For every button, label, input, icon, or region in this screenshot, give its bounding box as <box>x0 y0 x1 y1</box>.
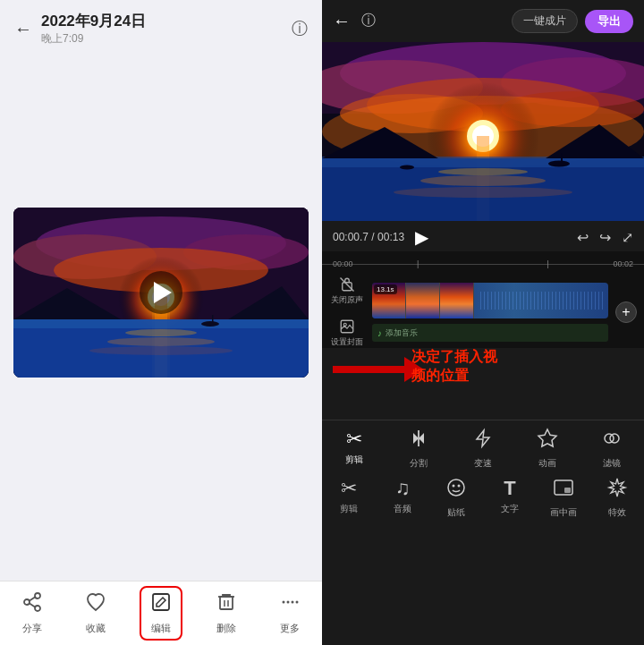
tool-item-huazhong[interactable]: 画中画 <box>542 477 585 519</box>
audio-track[interactable]: ♪ 添加音乐 <box>372 324 608 342</box>
fenge-icon <box>408 428 429 454</box>
left-panel: ← 2022年9月24日 晚上7:09 ⓘ <box>0 0 322 645</box>
tool-item-wenzi[interactable]: T 文字 <box>488 477 531 519</box>
svg-point-13 <box>89 346 233 355</box>
preview-svg <box>322 42 644 221</box>
tool-lvjing-label: 滤镜 <box>603 457 621 470</box>
nav-share-label: 分享 <box>22 622 42 635</box>
huazhong-icon <box>553 477 574 504</box>
annotation-text: 决定了插入视 频的位置 <box>411 348 497 386</box>
svg-point-63 <box>610 434 619 443</box>
trash-icon <box>216 591 237 618</box>
svg-point-19 <box>35 593 40 598</box>
wenzi-icon: T <box>504 477 515 500</box>
svg-point-66 <box>458 485 461 488</box>
tool-item-tiezhi[interactable]: 贴纸 <box>435 477 478 519</box>
thumb-image <box>13 208 309 378</box>
left-header: ← 2022年9月24日 晚上7:09 ⓘ <box>0 0 322 50</box>
heart-icon <box>85 591 106 618</box>
tool-tiezhi-label: 贴纸 <box>447 506 465 519</box>
undo-icon[interactable]: ↩ <box>577 229 589 246</box>
track-duration-badge: 13.1s <box>374 284 397 294</box>
track-icon-column: 关闭原声 设置封面 <box>329 276 365 348</box>
right-back-icon[interactable]: ← <box>333 11 351 31</box>
tool-jianjian-label: 剪辑 <box>345 454 363 466</box>
play-triangle-icon <box>154 282 172 303</box>
svg-rect-25 <box>220 597 233 609</box>
tool-item-donghua[interactable]: 动画 <box>526 428 569 470</box>
jianjian2-icon: ✂ <box>341 477 357 500</box>
timeline-controls: 00:00.7 / 00:13 ▶ ↩ ↪ ⤢ <box>322 221 644 251</box>
tool-item-texiao[interactable]: 特效 <box>596 477 639 519</box>
svg-point-17 <box>201 321 219 327</box>
svg-point-29 <box>287 601 290 604</box>
nav-item-share[interactable]: 分享 <box>13 588 52 639</box>
tool-yinpin-label: 音频 <box>394 503 411 515</box>
yijian-button[interactable]: 一键成片 <box>512 9 578 33</box>
svg-point-47 <box>420 175 546 186</box>
svg-rect-11 <box>13 319 309 328</box>
track-thumbnail-2 <box>406 283 440 318</box>
left-title-area: 2022年9月24日 晚上7:09 <box>41 11 146 47</box>
bottom-nav: 分享 收藏 编辑 <box>0 581 322 645</box>
right-panel: ← ⓘ 一键成片 导出 <box>322 0 644 645</box>
tool-item-jianjian[interactable]: ✂ 剪辑 <box>333 428 376 470</box>
fullscreen-icon[interactable]: ⤢ <box>622 229 633 246</box>
scissors-icon: ✂ <box>346 428 362 451</box>
svg-rect-68 <box>564 488 571 493</box>
tool-item-jianjian2[interactable]: ✂ 剪辑 <box>327 477 370 519</box>
svg-point-14 <box>125 329 197 336</box>
svg-point-64 <box>448 480 464 496</box>
nav-item-delete[interactable]: 删除 <box>207 588 246 639</box>
svg-point-20 <box>24 599 30 605</box>
track-main: 13.1s ♪ 添加音乐 <box>372 283 608 342</box>
tool-bianshu-label: 变速 <box>474 457 492 470</box>
blank-space <box>0 64 322 208</box>
edit-icon <box>150 591 172 618</box>
toolbar-row-2: ✂ 剪辑 ♫ 音频 贴纸 <box>322 473 644 528</box>
svg-rect-18 <box>212 315 214 326</box>
svg-point-28 <box>283 601 285 604</box>
tool-item-lvjing[interactable]: 滤镜 <box>590 428 633 470</box>
dachu-button[interactable]: 导出 <box>585 10 633 33</box>
video-thumbnail[interactable] <box>13 208 309 378</box>
nav-delete-label: 删除 <box>216 622 236 635</box>
donghua-icon <box>537 428 558 454</box>
video-track[interactable]: 13.1s <box>372 283 608 318</box>
tool-item-bianshu[interactable]: 变速 <box>462 428 504 470</box>
share-icon <box>21 591 43 618</box>
nav-item-collect[interactable]: 收藏 <box>76 588 115 639</box>
svg-point-65 <box>453 485 455 488</box>
arrow-body <box>333 366 404 373</box>
timeline-ticks: 00:00 | | 00:02 <box>322 259 644 268</box>
time-sub: 晚上7:09 <box>41 31 146 47</box>
nav-more-label: 更多 <box>280 622 300 635</box>
tool-fenge-label: 分割 <box>410 457 428 470</box>
yinpin-icon: ♫ <box>395 477 411 500</box>
add-track-button[interactable]: + <box>615 301 637 323</box>
right-header: ← ⓘ 一键成片 导出 <box>322 0 644 42</box>
play-button[interactable]: ▶ <box>415 226 428 248</box>
close-audio-btn[interactable]: 关闭原声 <box>331 276 363 306</box>
texiao-icon <box>606 477 628 504</box>
nav-item-edit[interactable]: 编辑 <box>140 586 182 641</box>
right-info-icon[interactable]: ⓘ <box>361 12 376 30</box>
tool-item-fenge[interactable]: 分割 <box>397 428 440 470</box>
timeline-bar[interactable]: 00:00 | | 00:02 <box>322 251 644 276</box>
nav-edit-label: 编辑 <box>151 622 171 635</box>
left-back-icon[interactable]: ← <box>14 19 32 39</box>
left-info-icon[interactable]: ⓘ <box>292 18 308 39</box>
redo-icon[interactable]: ↪ <box>599 229 611 246</box>
control-icons: ↩ ↪ ⤢ <box>577 229 633 246</box>
set-cover-btn[interactable]: 设置封面 <box>331 318 363 348</box>
svg-point-12 <box>107 337 215 346</box>
audio-track-label: 添加音乐 <box>386 327 418 339</box>
tool-item-yinpin[interactable]: ♫ 音频 <box>381 477 424 519</box>
play-button-overlay[interactable] <box>140 271 182 314</box>
tool-donghua-label: 动画 <box>538 457 556 470</box>
svg-point-31 <box>296 601 299 604</box>
video-preview <box>322 42 644 221</box>
nav-item-more[interactable]: 更多 <box>270 588 309 639</box>
svg-point-48 <box>394 187 572 198</box>
date-title: 2022年9月24日 <box>41 11 146 31</box>
